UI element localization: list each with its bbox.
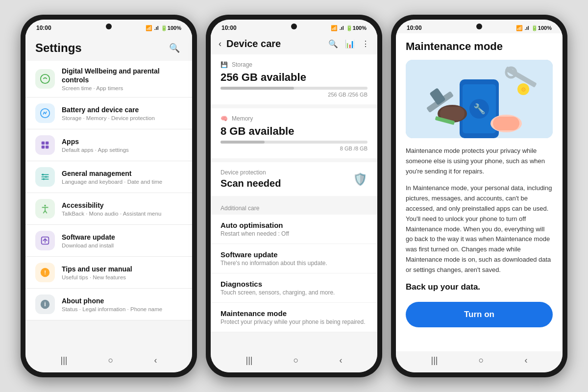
storage-icon: 💾 [220,61,228,68]
battery-icon-2: 🔋100% [346,25,367,31]
status-icons-3: 📶 .ıl 🔋100% [516,25,552,31]
home-icon-1[interactable]: ○ [108,355,114,366]
maintenance-page-title: Maintenance mode [406,40,553,53]
apps-title: Apps [62,137,182,146]
signal-icon-3: .ıl [525,25,529,31]
wifi-icon-2: 📶 [331,25,338,31]
home-icon-3[interactable]: ○ [479,355,484,366]
storage-progress-bar [220,87,368,90]
maintenance-title-2: Maintenance mode [220,309,368,318]
recent-icon-1[interactable]: ||| [61,355,68,366]
maintenance-illustration: 🔧 ⚙ [406,60,553,138]
status-icons-1: 📶 .ıl 🔋100% [146,25,181,31]
svg-rect-3 [46,142,49,145]
svg-point-0 [41,74,49,83]
battery-title: Battery and device care [62,105,182,114]
turn-on-button[interactable]: Turn on [406,302,553,327]
backup-label: Back up your data. [406,282,553,292]
memory-progress-bar [220,141,368,144]
maintenance-sub-2: Protect your privacy while your phone is… [220,318,368,325]
battery-icon: 🔋100% [161,25,181,31]
sw-update-title: Software update [220,250,368,259]
more-icon[interactable]: ⋮ [362,39,369,49]
back-icon-3[interactable]: ‹ [524,355,527,366]
search-icon-2[interactable]: 🔍 [328,39,338,49]
home-icon-2[interactable]: ○ [294,355,299,366]
settings-item-tips[interactable]: ! Tips and user manual Useful tips · New… [25,257,192,289]
signal-icon: .ıl [154,25,159,31]
accessibility-title: Accessibility [62,201,182,210]
memory-progress-fill [220,141,265,144]
nav-bar-3: ||| ○ ‹ [396,351,563,372]
recent-icon-3[interactable]: ||| [431,355,438,366]
diagnostics-item[interactable]: Diagnostics Touch screen, sensors, charg… [211,273,377,303]
chart-icon[interactable]: 📊 [345,39,355,49]
software-sub: Download and install [62,243,182,248]
settings-item-about[interactable]: i About phone Status · Legal information… [25,289,192,320]
phone-2: 10:00 📶 .ıl 🔋100% ‹ Device care 🔍 📊 ⋮ [206,15,382,377]
svg-rect-4 [42,146,45,148]
svg-point-11 [43,178,45,180]
about-title: About phone [62,296,182,305]
svg-rect-2 [42,142,45,145]
general-icon [35,167,55,187]
svg-point-9 [42,174,44,176]
storage-section[interactable]: 💾 Storage 256 GB available 256 GB /256 G… [211,54,377,104]
settings-item-accessibility[interactable]: Accessibility TalkBack · Mono audio · As… [25,193,192,225]
back-button-2[interactable]: ‹ [219,39,221,49]
about-text: About phone Status · Legal information ·… [62,296,182,312]
memory-header: 🧠 Memory [220,115,368,122]
svg-text:!: ! [44,270,46,275]
accessibility-sub: TalkBack · Mono audio · Assistant menu [62,211,182,217]
apps-sub: Default apps · App settings [62,147,182,153]
recent-icon-2[interactable]: ||| [246,355,253,366]
search-button[interactable]: 🔍 [167,40,182,56]
maintenance-mode-item[interactable]: Maintenance mode Protect your privacy wh… [211,303,377,332]
settings-item-wellbeing[interactable]: Digital Wellbeing and parental controls … [25,61,192,98]
settings-item-battery[interactable]: Battery and device care Storage · Memory… [25,98,192,129]
settings-item-apps[interactable]: Apps Default apps · App settings [25,129,192,161]
storage-value: 256 GB available [220,71,368,84]
wifi-icon: 📶 [146,25,152,31]
back-icon-2[interactable]: ‹ [339,355,342,366]
settings-item-software[interactable]: Software update Download and install [25,225,192,257]
software-update-item[interactable]: Software update There's no information a… [211,244,377,273]
general-title: General management [62,169,182,178]
phone-1-screen: 10:00 📶 .ıl 🔋100% Settings 🔍 Digital Wel… [25,20,192,372]
svg-point-10 [45,176,47,178]
time-1: 10:00 [36,24,51,31]
about-sub: Status · Legal information · Phone name [62,306,182,312]
memory-detail: 8 GB /8 GB [220,146,368,151]
svg-text:🔧: 🔧 [473,103,486,115]
svg-text:i: i [44,301,46,308]
software-title: Software update [62,233,182,242]
auto-optimisation-item[interactable]: Auto optimisation Restart when needed : … [211,215,377,244]
storage-label: Storage [232,61,252,68]
back-icon-1[interactable]: ‹ [154,355,157,366]
device-care-title: Device care [226,38,323,49]
protection-text: Device protection Scan needed [220,169,281,189]
tips-title: Tips and user manual [62,265,182,273]
scan-needed-title: Scan needed [220,178,281,189]
time-2: 10:00 [221,24,237,31]
about-icon: i [35,294,55,314]
memory-value: 8 GB available [220,125,368,138]
memory-section[interactable]: 🧠 Memory 8 GB available 8 GB /8 GB [211,108,377,158]
svg-text:⚙: ⚙ [521,86,526,93]
phone-3-screen: 10:00 📶 .ıl 🔋100% Maintenance mode [396,20,563,372]
settings-title: Settings [35,41,82,55]
maintenance-desc-1: Maintenance mode protects your privacy w… [406,146,553,176]
svg-rect-5 [46,146,49,148]
battery-text: Battery and device care Storage · Memory… [62,105,182,121]
diagnostics-sub: Touch screen, sensors, charging, and mor… [220,289,368,296]
protection-label: Device protection [220,169,281,176]
settings-item-general[interactable]: General management Language and keyboard… [25,161,192,193]
svg-point-12 [44,205,46,207]
device-protection-section[interactable]: Device protection Scan needed 🛡️ [211,162,377,196]
device-care-header: ‹ Device care 🔍 📊 ⋮ [211,33,377,54]
time-3: 10:00 [407,24,422,31]
general-text: General management Language and keyboard… [62,169,182,185]
additional-care-label: Additional care [211,200,377,215]
settings-list: Digital Wellbeing and parental controls … [25,61,192,325]
sw-update-sub: There's no information about this update… [220,260,368,267]
